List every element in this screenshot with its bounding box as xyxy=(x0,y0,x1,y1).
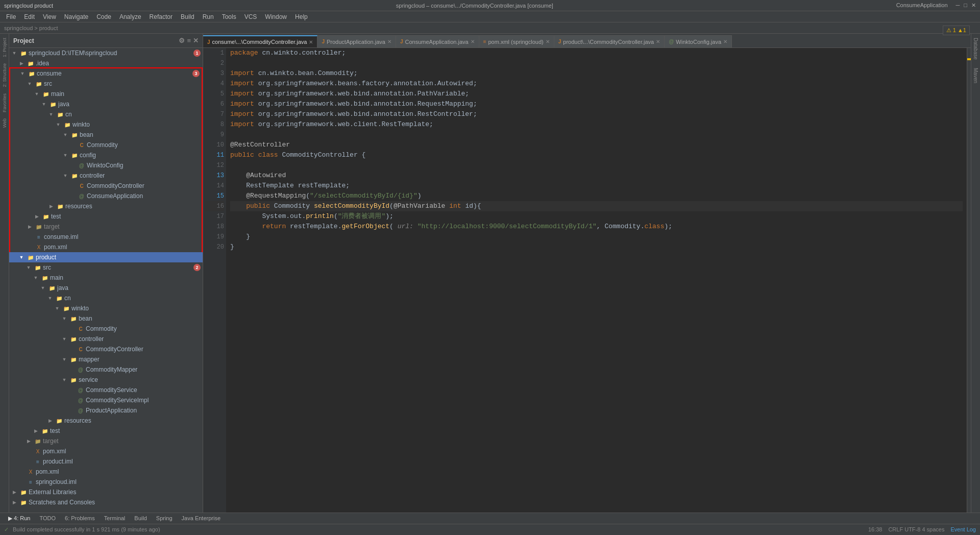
menu-tools[interactable]: Tools xyxy=(218,12,240,21)
tree-scratches[interactable]: ▶ 📁 Scratches and Consoles xyxy=(9,497,203,507)
tree-consume-iml[interactable]: ≡ consume.iml xyxy=(10,232,202,242)
tree-product-src[interactable]: ▼ 📁 src 2 xyxy=(9,262,203,273)
menu-file[interactable]: File xyxy=(2,12,20,21)
tree-consume[interactable]: ▼ 📁 consume 3 xyxy=(10,68,202,79)
sidebar-item-structure[interactable]: 2: Structure xyxy=(1,61,8,89)
tree-consume-controller[interactable]: ▼ 📁 controller xyxy=(10,171,202,181)
tree-consume-target[interactable]: ▶ 📁 target xyxy=(10,222,202,232)
tree-springcloud[interactable]: ▼ 📁 springcloud D:\ITEM\springcloud 1 xyxy=(9,48,203,58)
tree-consume-test[interactable]: ▶ 📁 test xyxy=(10,211,202,222)
tree-root-iml[interactable]: ≡ springcloud.iml xyxy=(9,477,203,487)
tree-product-productapplication[interactable]: @ ProductApplication xyxy=(9,405,203,416)
menu-build[interactable]: Build xyxy=(177,12,199,21)
tree-product-commodityservice[interactable]: @ CommodityService xyxy=(9,385,203,395)
tree-product-pom[interactable]: X pom.xml xyxy=(9,446,203,456)
menu-view[interactable]: View xyxy=(39,12,60,21)
tree-product-java[interactable]: ▼ 📁 java xyxy=(9,283,203,293)
menu-window[interactable]: Window xyxy=(261,12,291,21)
arrow-external: ▶ xyxy=(10,488,18,496)
menu-help[interactable]: Help xyxy=(291,12,312,21)
pom-icon: X xyxy=(35,243,43,251)
tree-product-iml[interactable]: ≡ product.iml xyxy=(9,456,203,467)
tree-external-libraries[interactable]: ▶ 📁 External Libraries xyxy=(9,487,203,497)
tree-product-commodity[interactable]: C Commodity xyxy=(9,324,203,334)
code-content[interactable]: package cn.winkto.controller; import cn.… xyxy=(226,48,967,513)
tree-product-target[interactable]: ▶ 📁 target xyxy=(9,436,203,446)
bottom-tab-terminal[interactable]: Terminal xyxy=(100,514,130,522)
tree-consume-pom[interactable]: X pom.xml xyxy=(10,242,202,252)
tree-product-bean[interactable]: ▼ 📁 bean xyxy=(9,313,203,324)
menu-analyze[interactable]: Analyze xyxy=(115,12,145,21)
tab-consume-application[interactable]: J ConsumeApplication.java ✕ xyxy=(396,35,479,47)
bottom-tab-todo[interactable]: TODO xyxy=(35,514,60,522)
tab-close-2[interactable]: ✕ xyxy=(387,39,391,44)
panel-settings-icon[interactable]: ⚙ xyxy=(179,37,185,44)
tree-consume-src[interactable]: ▼ 📁 src xyxy=(10,79,202,89)
event-log-link[interactable]: Event Log xyxy=(950,526,976,532)
menu-navigate[interactable]: Navigate xyxy=(60,12,92,21)
titlebar-controls: ConsumeApplication ─ □ ✕ xyxy=(896,2,976,9)
tree-consume-commodity-class[interactable]: C Commodity xyxy=(10,140,202,150)
tree-product-main[interactable]: ▼ 📁 main xyxy=(9,273,203,283)
tree-product-controller[interactable]: ▼ 📁 controller xyxy=(9,334,203,344)
tree-consume-config[interactable]: ▼ 📁 config xyxy=(10,150,202,160)
menu-refactor[interactable]: Refactor xyxy=(145,12,177,21)
tab-consume-commodity-controller[interactable]: J consume\...\CommodityController.java ✕ xyxy=(203,35,317,47)
code-line-4: import org.springframework.beans.factory… xyxy=(230,79,963,89)
tree-product-resources[interactable]: ▶ 📁 resources xyxy=(9,416,203,426)
tree-consume-winktoconfig[interactable]: @ WinktoConfig xyxy=(10,160,202,171)
tab-pom-springcloud[interactable]: ≡ pom.xml (springcloud) ✕ xyxy=(479,35,554,47)
bottom-tab-build[interactable]: Build xyxy=(130,514,151,522)
right-sidebar-maven[interactable]: Maven xyxy=(972,64,979,87)
panel-close-icon[interactable]: ✕ xyxy=(193,37,199,44)
sidebar-item-web[interactable]: Web xyxy=(1,116,8,130)
menu-vcs[interactable]: VCS xyxy=(240,12,261,21)
maximize-button[interactable]: □ xyxy=(964,2,967,9)
tree-consume-java[interactable]: ▼ 📁 java xyxy=(10,99,202,109)
tab-product-commodity-controller[interactable]: J product\...\CommodityController.java ✕ xyxy=(554,35,665,47)
tree-consume-bean[interactable]: ▼ 📁 bean xyxy=(10,130,202,140)
bottom-tab-spring[interactable]: Spring xyxy=(152,514,177,522)
tab-close-6[interactable]: ✕ xyxy=(723,39,727,44)
right-sidebar-database[interactable]: Database xyxy=(972,34,979,64)
tree-consume-consumeapplication[interactable]: @ ConsumeApplication xyxy=(10,191,202,201)
tree-product-commoditymapper[interactable]: @ CommodityMapper xyxy=(9,364,203,375)
arrow-consume-winkto: ▼ xyxy=(54,120,62,129)
folder-resources-icon: 📁 xyxy=(56,202,64,210)
menu-run[interactable]: Run xyxy=(199,12,218,21)
sidebar-item-favorites[interactable]: Favorites xyxy=(1,91,8,114)
tree-product-commoditycontroller[interactable]: C CommodityController xyxy=(9,344,203,354)
tree-productapp-label: ProductApplication xyxy=(86,407,201,414)
tree-product-winkto[interactable]: ▼ 📁 winkto xyxy=(9,303,203,313)
tree-idea[interactable]: ▶ 📁 .idea xyxy=(9,58,203,68)
menu-code[interactable]: Code xyxy=(92,12,115,21)
minimize-button[interactable]: ─ xyxy=(956,2,960,9)
tree-consume-commoditycontroller[interactable]: C CommodityController xyxy=(10,181,202,191)
tree-product-commodityserviceimpl[interactable]: @ CommodityServiceImpl xyxy=(9,395,203,405)
tree-consume-winkto[interactable]: ▼ 📁 winkto xyxy=(10,119,202,130)
menu-edit[interactable]: Edit xyxy=(20,12,39,21)
tab-product-application[interactable]: J ProductApplication.java ✕ xyxy=(317,35,396,47)
bottom-tab-run[interactable]: ▶ 4: Run xyxy=(4,514,34,523)
titlebar: springcloud product springcloud – consum… xyxy=(0,0,980,11)
sidebar-item-project[interactable]: 1: Project xyxy=(1,36,8,59)
tree-consume-main[interactable]: ▼ 📁 main xyxy=(10,89,202,99)
panel-expand-icon[interactable]: ≡ xyxy=(187,37,191,44)
tree-product-service[interactable]: ▼ 📁 service xyxy=(9,375,203,385)
tab-winkto-config[interactable]: @ WinktoConfig.java ✕ xyxy=(665,35,732,47)
close-button[interactable]: ✕ xyxy=(971,2,976,9)
tree-product[interactable]: ▼ 📁 product xyxy=(9,252,203,262)
tree-root-pom[interactable]: X pom.xml xyxy=(9,467,203,477)
code-line-11: public class CommodityController { xyxy=(230,150,963,160)
tree-product-test[interactable]: ▶ 📁 test xyxy=(9,426,203,436)
tab-close-1[interactable]: ✕ xyxy=(309,39,313,45)
tree-consume-cn[interactable]: ▼ 📁 cn xyxy=(10,109,202,119)
tree-consume-resources[interactable]: ▶ 📁 resources xyxy=(10,201,202,211)
bottom-tab-problems[interactable]: 6: Problems xyxy=(61,514,99,522)
tree-product-cn[interactable]: ▼ 📁 cn xyxy=(9,293,203,303)
tab-close-4[interactable]: ✕ xyxy=(546,39,550,44)
tab-close-3[interactable]: ✕ xyxy=(471,39,475,44)
tree-product-mapper[interactable]: ▼ 📁 mapper xyxy=(9,354,203,364)
tab-close-5[interactable]: ✕ xyxy=(656,39,660,44)
bottom-tab-java-enterprise[interactable]: Java Enterprise xyxy=(178,514,225,522)
